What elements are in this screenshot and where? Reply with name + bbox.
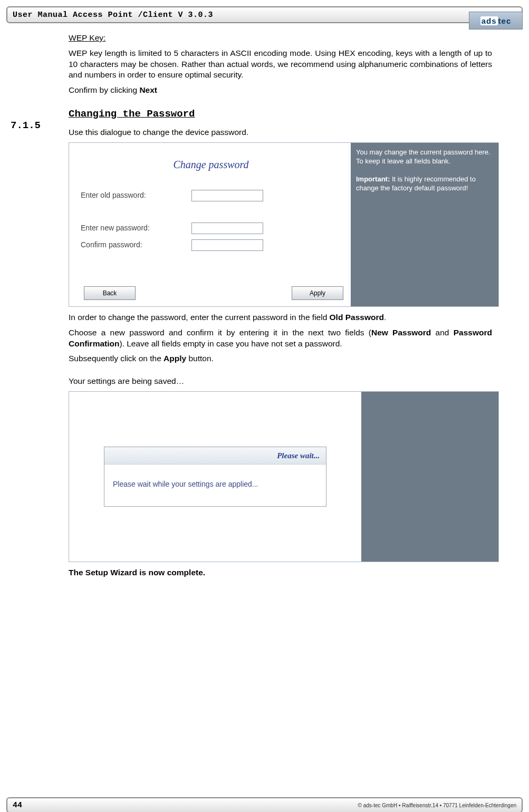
- wep-confirm: Confirm by clicking Next: [69, 85, 492, 96]
- please-wait-modal: Please wait... Please wait while your se…: [104, 447, 326, 507]
- old-password-input[interactable]: [191, 190, 263, 201]
- section-number: 7.1.5: [11, 119, 41, 132]
- section-heading: Changing the Password: [69, 108, 492, 121]
- instruction-new-password: Choose a new password and confirm it by …: [69, 327, 492, 350]
- please-wait-side-panel: [361, 392, 498, 562]
- header-bar: User Manual Access Point /Client V 3.0.3: [6, 6, 523, 23]
- saving-text: Your settings are being saved…: [69, 376, 492, 387]
- instruction-apply: Subsequently click on the Apply button.: [69, 353, 492, 364]
- page-number: 44: [13, 801, 22, 810]
- back-button[interactable]: Back: [84, 286, 136, 300]
- footer-copyright: © ads-tec GmbH • Raiffeisenstr.14 • 7077…: [358, 803, 516, 808]
- section-intro: Use this dialogue to change the device p…: [69, 127, 492, 138]
- instruction-old-password: In order to change the password, enter t…: [69, 312, 492, 323]
- new-password-label: Enter new password:: [81, 223, 191, 233]
- dialog-help-panel: You may change the current password here…: [351, 143, 498, 306]
- wep-body: WEP key length is limited to 5 character…: [69, 48, 492, 81]
- please-wait-title: Please wait...: [104, 447, 326, 465]
- wizard-complete: The Setup Wizard is now complete.: [69, 567, 492, 578]
- dialog-title: Change password: [81, 158, 341, 172]
- apply-button[interactable]: Apply: [292, 286, 343, 300]
- confirm-password-label: Confirm password:: [81, 240, 191, 250]
- confirm-password-input[interactable]: [191, 239, 263, 251]
- change-password-dialog: Change password Enter old password: Ente…: [69, 142, 499, 307]
- new-password-input[interactable]: [191, 223, 263, 234]
- footer-bar: 44 © ads-tec GmbH • Raiffeisenstr.14 • 7…: [6, 797, 523, 812]
- header-title: User Manual Access Point /Client V 3.0.3: [13, 11, 213, 20]
- please-wait-dialog: Please wait... Please wait while your se…: [69, 391, 499, 562]
- help-important-label: Important:: [356, 175, 390, 183]
- wep-heading: WEP Key:: [69, 33, 105, 42]
- old-password-label: Enter old password:: [81, 190, 191, 200]
- please-wait-body: Please wait while your settings are appl…: [104, 465, 326, 506]
- help-text-1: You may change the current password here…: [356, 148, 490, 165]
- brand-logo: adstec: [469, 12, 523, 30]
